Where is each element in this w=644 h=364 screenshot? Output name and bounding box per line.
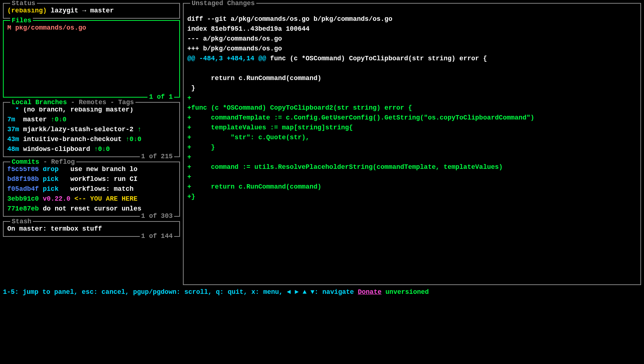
files-panel[interactable]: Files M pkg/commands/os.go 1 of 1	[3, 20, 180, 98]
commit-item[interactable]: bd8f198b pick workflows: run CI	[7, 174, 176, 184]
commit-list: f5c55f06 drop use new branch lo bd8f198b…	[7, 164, 176, 214]
commits-title: Commits	[12, 158, 39, 166]
branch-list: * (no branch, rebasing master) 7m master…	[7, 105, 176, 154]
donate-link[interactable]: Donate	[358, 288, 382, 296]
commit-item[interactable]: 3ebb91c0 v0.22.0 <-- YOU ARE HERE	[7, 194, 176, 204]
files-footer: 1 of 1	[147, 92, 174, 102]
status-title: Status	[12, 0, 35, 7]
stash-title: Stash	[12, 218, 31, 225]
stash-panel[interactable]: Stash On master: termbox stuff 1 of 144	[3, 221, 180, 237]
branch-item[interactable]: 43m intuitive-branch-checkout ↑0↓0	[7, 134, 176, 144]
help-bar: 1-5: jump to panel, esc: cancel, pgup/pg…	[3, 287, 641, 297]
commits-footer: 1 of 303	[140, 211, 174, 221]
files-title: Files	[12, 17, 31, 24]
diff-panel[interactable]: Unstaged Changes diff --git a/pkg/comman…	[183, 3, 641, 285]
branch-item[interactable]: 37m mjarkk/lazy-stash-selector-2 ↑	[7, 125, 176, 134]
diff-title: Unstaged Changes	[192, 0, 255, 7]
stash-footer: 1 of 144	[140, 231, 174, 241]
commits-panel[interactable]: Commits - Reflog f5c55f06 drop use new b…	[3, 162, 180, 217]
branches-panel[interactable]: Local Branches - Remotes - Tags * (no br…	[3, 102, 180, 157]
diff-content: diff --git a/pkg/commands/os.go b/pkg/co…	[187, 4, 637, 212]
commit-item[interactable]: f05adb4f pick workflows: match	[7, 184, 176, 194]
branches-title: Local Branches	[12, 99, 67, 106]
branches-footer: 1 of 215	[140, 152, 174, 162]
branch-item[interactable]: 7m master ↑0↓0	[7, 115, 176, 125]
